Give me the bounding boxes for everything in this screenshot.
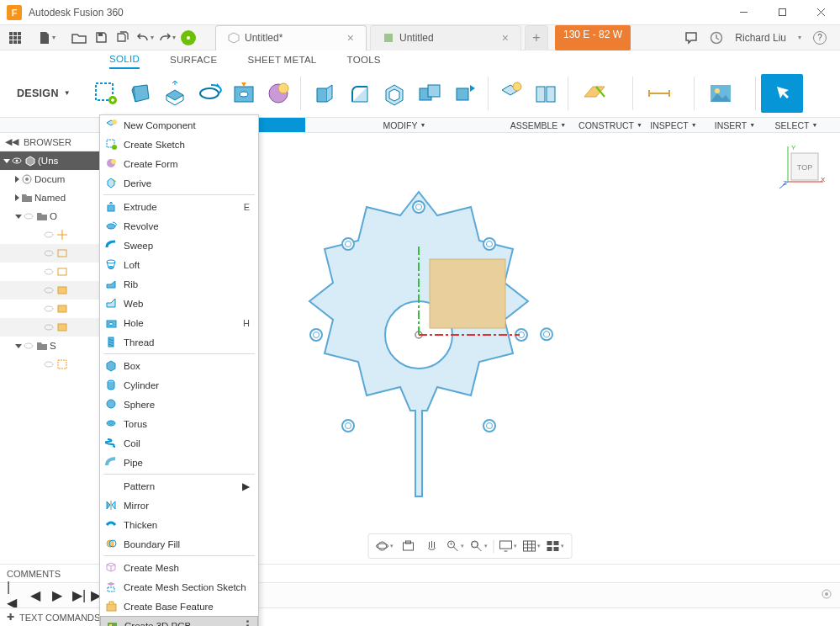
menu-pipe[interactable]: Pipe [100, 453, 258, 472]
open-icon[interactable] [69, 28, 89, 48]
close-tab-icon[interactable]: × [339, 31, 354, 45]
menu-sweep[interactable]: Sweep [100, 236, 258, 255]
look-at-icon[interactable] [397, 537, 419, 555]
move-tool[interactable] [447, 74, 483, 113]
timeline-start-icon[interactable]: |◀ [7, 589, 20, 602]
menu-thread[interactable]: Thread [100, 332, 258, 352]
menu-coil[interactable]: Coil [100, 433, 258, 453]
doc-tab-1[interactable]: Untitled* × [215, 25, 367, 50]
menu-box[interactable]: Box [100, 356, 258, 375]
viewcube[interactable]: TOP X Y Z [776, 141, 827, 195]
display-settings-icon[interactable]: ▾ [497, 537, 519, 555]
kebab-icon[interactable] [246, 620, 249, 626]
tree-origin-item[interactable] [0, 244, 99, 263]
tab-surface[interactable]: SURFACE [170, 51, 217, 68]
tree-origin-item[interactable] [0, 281, 99, 300]
menu-revolve[interactable]: Revolve [100, 216, 258, 236]
tree-sketches[interactable]: S [0, 337, 99, 355]
status-badge[interactable]: 130 E - 82 W [555, 25, 631, 50]
tab-tools[interactable]: TOOLS [347, 51, 381, 68]
menu-new-component[interactable]: New Component [100, 115, 258, 135]
ribbon-label-inspect[interactable]: INSPECT▼ [648, 118, 699, 132]
close-button[interactable] [801, 0, 840, 25]
tab-solid[interactable]: SOLID [109, 50, 140, 69]
extrude-tool[interactable] [158, 74, 193, 113]
timeline-next-icon[interactable]: ▶| [72, 589, 86, 602]
job-status-icon[interactable] [710, 31, 723, 45]
save-icon[interactable] [91, 28, 111, 48]
menu-hole[interactable]: HoleH [100, 313, 258, 332]
orbit-icon[interactable]: ▾ [373, 537, 395, 555]
grid-settings-icon[interactable]: ▾ [520, 537, 542, 555]
tree-origin-item[interactable] [0, 318, 99, 337]
menu-boundary-fill[interactable]: Boundary Fill [100, 534, 258, 554]
tree-sketch-item[interactable] [0, 355, 99, 374]
derive-tool[interactable] [261, 74, 295, 113]
menu-create-3d-pcb[interactable]: Create 3D PCB [100, 616, 258, 626]
notification-icon[interactable] [684, 31, 698, 45]
select-tool[interactable] [761, 74, 803, 113]
press-pull-tool[interactable] [306, 74, 341, 113]
insert-decal-tool[interactable] [700, 74, 742, 113]
revolve-tool[interactable] [192, 74, 226, 113]
viewport-icon[interactable]: ▾ [544, 537, 566, 555]
help-icon[interactable]: ? [813, 31, 827, 45]
redo-icon[interactable]: ▾ [156, 28, 177, 48]
menu-create-sketch[interactable]: Create Sketch [100, 135, 258, 154]
fillet-tool[interactable] [341, 74, 377, 113]
browser-header[interactable]: ◀◀BROWSER [0, 133, 99, 151]
tree-origin-item[interactable] [0, 225, 99, 244]
menu-loft[interactable]: Loft [100, 255, 258, 274]
undo-icon[interactable]: ▾ [135, 28, 155, 48]
doc-tab-2[interactable]: Untitled × [370, 25, 521, 50]
joint-tool[interactable] [528, 74, 563, 113]
menu-thicken[interactable]: Thicken [100, 515, 258, 534]
menu-create-base-feature[interactable]: Create Base Feature [100, 597, 258, 616]
maximize-button[interactable] [763, 0, 801, 25]
ribbon-label-construct[interactable]: CONSTRUCT▼ [584, 118, 637, 132]
menu-pattern[interactable]: Pattern▶ [100, 476, 258, 496]
measure-tool[interactable] [638, 74, 680, 113]
menu-derive[interactable]: Derive [100, 173, 258, 193]
timeline-settings-icon[interactable] [820, 587, 833, 604]
menu-extrude[interactable]: ExtrudeE [100, 197, 258, 216]
menu-rib[interactable]: Rib [100, 274, 258, 294]
file-menu-icon[interactable]: ▾ [37, 28, 57, 48]
timeline-prev-icon[interactable]: ◀ [29, 589, 42, 602]
tree-origin-item[interactable] [0, 300, 99, 318]
new-tab-button[interactable]: + [525, 25, 548, 50]
minimize-button[interactable] [724, 0, 763, 25]
tree-root[interactable]: (Uns [0, 151, 99, 170]
menu-sphere[interactable]: Sphere [100, 395, 258, 414]
workspace-selector[interactable]: DESIGN▼ [17, 88, 71, 99]
menu-cylinder[interactable]: Cylinder [100, 375, 258, 395]
user-name[interactable]: Richard Liu [735, 32, 786, 44]
menu-create-form[interactable]: Create Form [100, 154, 258, 173]
shell-tool[interactable] [377, 74, 412, 113]
new-component-tool[interactable] [494, 74, 528, 113]
tree-origin-item[interactable] [0, 263, 99, 281]
tree-named-views[interactable]: Named [0, 188, 99, 207]
hole-tool[interactable] [226, 74, 261, 113]
tab-sheetmetal[interactable]: SHEET METAL [247, 51, 316, 68]
pan-icon[interactable] [420, 537, 442, 555]
tree-doc-settings[interactable]: Docum [0, 170, 99, 188]
construct-plane-tool[interactable] [573, 74, 615, 113]
combine-tool[interactable] [412, 74, 447, 113]
extensions-icon[interactable] [178, 28, 198, 48]
ribbon-label-modify[interactable]: MODIFY▼ [316, 118, 493, 132]
menu-torus[interactable]: Torus [100, 414, 258, 433]
data-panel-icon[interactable] [5, 28, 25, 48]
create-form-tool[interactable] [124, 74, 158, 113]
menu-create-mesh-section[interactable]: Create Mesh Section Sketch [100, 577, 258, 597]
zoom-icon[interactable]: +▾ [444, 537, 466, 555]
menu-mirror[interactable]: Mirror [100, 496, 258, 515]
ribbon-label-select[interactable]: SELECT▼ [771, 118, 822, 132]
menu-create-mesh[interactable]: Create Mesh [100, 558, 258, 577]
menu-web[interactable]: Web [100, 294, 258, 313]
save-all-icon[interactable] [113, 28, 133, 48]
ribbon-label-assemble[interactable]: ASSEMBLE▼ [504, 118, 573, 132]
timeline-play-icon[interactable]: ▶ [50, 589, 64, 602]
tree-origin[interactable]: O [0, 207, 99, 225]
close-tab-icon[interactable]: × [494, 31, 509, 45]
